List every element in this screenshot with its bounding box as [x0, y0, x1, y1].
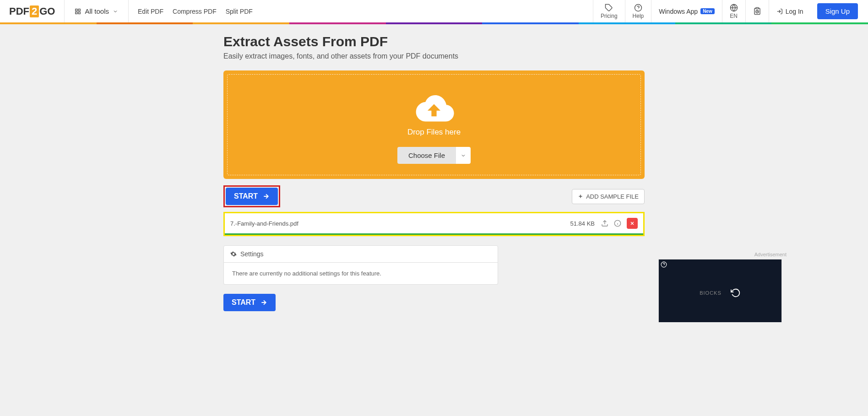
signup-button[interactable]: Sign Up: [817, 3, 858, 19]
help-icon: [634, 4, 642, 12]
start-button[interactable]: START: [226, 188, 278, 205]
logo-text-pdf: PDF: [9, 5, 29, 17]
page-subtitle: Easily extract images, fonts, and other …: [223, 52, 645, 60]
add-sample-label: ADD SAMPLE FILE: [586, 193, 639, 200]
ad-label: Advertisement: [658, 252, 787, 257]
start-button-bottom[interactable]: START: [223, 294, 276, 311]
pricing-link[interactable]: Pricing: [593, 0, 625, 22]
logo-text-2: 2: [30, 5, 39, 17]
logo[interactable]: PDF2GO: [0, 0, 65, 22]
choose-file-group: Choose File: [397, 147, 471, 164]
chevron-down-icon: [461, 153, 466, 158]
action-row: START ADD SAMPLE FILE: [223, 185, 645, 207]
logo-text-go: GO: [39, 5, 55, 17]
nav-edit-pdf[interactable]: Edit PDF: [138, 8, 163, 15]
file-name: 7.-Family-and-Friends.pdf: [230, 220, 570, 227]
clipboard-icon: [753, 7, 761, 15]
windows-app-label: Windows App: [659, 8, 698, 15]
plus-icon: [578, 194, 583, 199]
arrow-right-icon: [262, 193, 270, 200]
gears-icon: [230, 251, 237, 257]
chevron-down-icon: [113, 9, 118, 14]
ad-top: BIOCKS: [659, 259, 781, 322]
new-badge: New: [700, 8, 715, 14]
page-title: Extract Assets From PDF: [223, 34, 645, 49]
pricing-label: Pricing: [601, 13, 618, 19]
start-button-highlight: START: [223, 185, 280, 207]
choose-file-dropdown[interactable]: [456, 147, 471, 164]
close-icon: [629, 221, 635, 226]
help-link[interactable]: Help: [625, 0, 651, 22]
settings-header: Settings: [223, 245, 498, 263]
settings-panel: Settings There are currently no addition…: [223, 245, 498, 285]
ad-brand: BIOCKS: [700, 290, 722, 296]
login-label: Log In: [786, 8, 803, 15]
advertisement-sidebar: Advertisement BIOCKS Learn more: [658, 252, 787, 322]
ad-box[interactable]: BIOCKS Learn more: [658, 259, 782, 322]
start-label: START: [232, 298, 255, 307]
main-content: Extract Assets From PDF Easily extract i…: [223, 23, 645, 322]
file-info-icon[interactable]: [614, 220, 621, 227]
windows-app-link[interactable]: Windows App New: [651, 0, 722, 22]
replay-icon[interactable]: [731, 288, 741, 298]
file-row-highlight: 7.-Family-and-Friends.pdf 51.84 KB: [223, 212, 645, 236]
nav-split-pdf[interactable]: Split PDF: [226, 8, 253, 15]
add-sample-button[interactable]: ADD SAMPLE FILE: [572, 189, 645, 204]
drop-text: Drop Files here: [407, 128, 461, 137]
svg-rect-1: [79, 9, 81, 11]
header-right: Pricing Help Windows App New EN Log In S…: [593, 0, 868, 22]
settings-body: There are currently no additional settin…: [223, 263, 498, 285]
start-label: START: [234, 192, 258, 200]
file-row: 7.-Family-and-Friends.pdf 51.84 KB: [225, 213, 643, 235]
svg-rect-3: [79, 12, 81, 14]
cloud-upload-icon: [413, 92, 455, 124]
ad-info-icon[interactable]: [661, 261, 667, 268]
login-link[interactable]: Log In: [769, 0, 811, 22]
choose-file-button[interactable]: Choose File: [397, 147, 456, 164]
all-tools-dropdown[interactable]: All tools: [65, 0, 129, 22]
login-icon: [776, 8, 783, 15]
tag-icon: [605, 4, 613, 12]
dropzone-inner: Drop Files here Choose File: [227, 74, 641, 175]
svg-rect-9: [756, 7, 759, 9]
nav-links: Edit PDF Compress PDF Split PDF: [129, 8, 262, 15]
settings-label: Settings: [240, 250, 264, 258]
file-download-icon[interactable]: [601, 220, 608, 227]
svg-rect-0: [76, 9, 77, 11]
language-selector[interactable]: EN: [722, 0, 745, 22]
file-size: 51.84 KB: [570, 220, 595, 227]
signup-label: Sign Up: [825, 7, 850, 15]
nav-compress-pdf[interactable]: Compress PDF: [173, 8, 217, 15]
header-bar: PDF2GO All tools Edit PDF Compress PDF S…: [0, 0, 868, 23]
language-label: EN: [730, 13, 738, 19]
all-tools-label: All tools: [85, 7, 109, 15]
globe-icon: [730, 4, 738, 12]
clipboard-history[interactable]: [745, 0, 769, 22]
help-label: Help: [633, 13, 644, 19]
grid-icon: [75, 8, 81, 15]
arrow-right-icon: [260, 299, 267, 306]
svg-rect-2: [76, 12, 77, 14]
file-delete-button[interactable]: [627, 218, 638, 229]
dropzone[interactable]: Drop Files here Choose File: [223, 70, 645, 179]
